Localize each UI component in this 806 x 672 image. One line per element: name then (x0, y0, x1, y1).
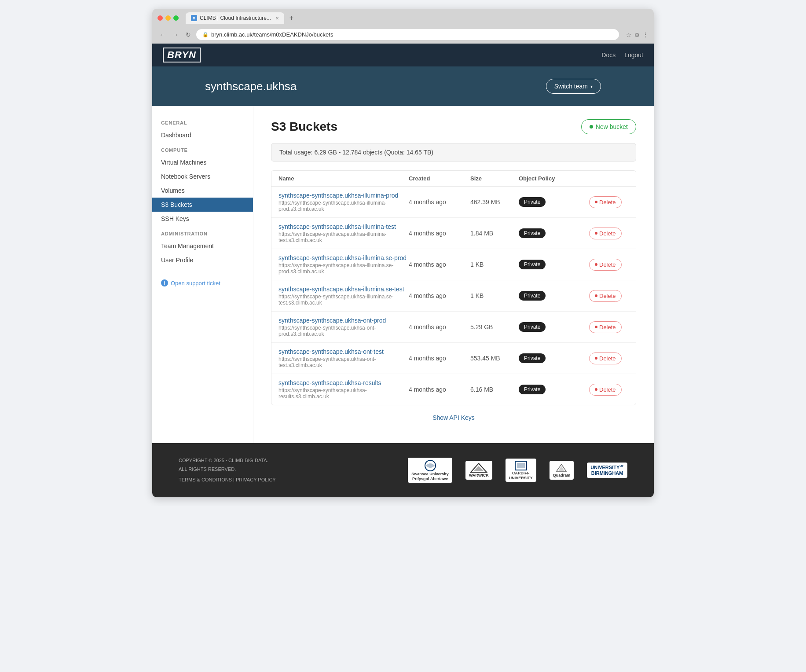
menu-button[interactable]: ⋮ (642, 31, 648, 38)
usage-banner: Total usage: 6.29 GB - 12,784 objects (Q… (271, 143, 636, 162)
sidebar-item-team-management[interactable]: Team Management (152, 239, 253, 253)
new-bucket-label: New bucket (596, 123, 628, 130)
delete-button[interactable]: Delete (589, 384, 622, 396)
bucket-size: 1 KB (470, 292, 519, 299)
address-bar[interactable]: 🔒 bryn.climb.ac.uk/teams/m0xDEAKDNJo/buc… (196, 29, 619, 40)
table-row: synthscape-synthscape.ukhsa-results http… (271, 374, 636, 405)
delete-button[interactable]: Delete (589, 228, 622, 239)
svg-rect-4 (517, 463, 525, 468)
tab-favicon: B (191, 15, 197, 21)
sidebar-item-s3-buckets[interactable]: S3 Buckets (152, 198, 253, 212)
table-body: synthscape-synthscape.ukhsa-illumina-pro… (271, 187, 636, 405)
table-row: synthscape-synthscape.ukhsa-illumina-tes… (271, 218, 636, 249)
bucket-name-link[interactable]: synthscape-synthscape.ukhsa-illumina-tes… (278, 223, 409, 230)
bucket-name-link[interactable]: synthscape-synthscape.ukhsa-illumina.se-… (278, 254, 409, 261)
bucket-url: https://synthscape-synthscape.ukhsa-illu… (278, 200, 409, 212)
close-dot[interactable] (158, 15, 163, 21)
delete-dot-icon (595, 201, 597, 203)
bucket-name-link[interactable]: synthscape-synthscape.ukhsa-illumina-pro… (278, 192, 409, 199)
delete-dot-icon (595, 388, 597, 391)
bookmark-button[interactable]: ☆ (626, 31, 632, 38)
brand-logo: BRYN (163, 48, 201, 62)
bucket-policy-cell: Private (519, 260, 589, 269)
info-icon: i (161, 279, 168, 286)
add-tab-button[interactable]: + (288, 14, 295, 22)
bucket-url: https://synthscape-synthscape.ukhsa-illu… (278, 231, 409, 243)
bucket-name-link[interactable]: synthscape-synthscape.ukhsa-results (278, 379, 409, 386)
forward-button[interactable]: → (171, 29, 180, 40)
bucket-actions: Delete (589, 290, 629, 302)
back-button[interactable]: ← (158, 29, 167, 40)
bucket-name-link[interactable]: synthscape-synthscape.ukhsa-illumina.se-… (278, 286, 409, 293)
policy-badge: Private (519, 291, 546, 301)
minimize-dot[interactable] (165, 15, 171, 21)
bucket-name-cell: synthscape-synthscape.ukhsa-ont-prod htt… (278, 317, 409, 337)
new-bucket-dot-icon (590, 125, 593, 129)
delete-button[interactable]: Delete (589, 259, 622, 271)
warwick-text: WARWICK (469, 473, 489, 478)
tab-close-icon[interactable]: ✕ (275, 16, 279, 21)
app-container: BRYN Docs Logout synthscape.ukhsa Switch… (152, 44, 654, 497)
bucket-name-cell: synthscape-synthscape.ukhsa-illumina.se-… (278, 286, 409, 306)
bucket-policy-cell: Private (519, 322, 589, 332)
swansea-text: Swansea UniversityPrifysgol Abertawe (411, 472, 449, 481)
bucket-name-cell: synthscape-synthscape.ukhsa-illumina-tes… (278, 223, 409, 243)
sidebar-item-virtual-machines[interactable]: Virtual Machines (152, 155, 253, 169)
sidebar-item-ssh-keys[interactable]: SSH Keys (152, 212, 253, 226)
footer-logos: Swansea UniversityPrifysgol Abertawe WAR… (408, 458, 627, 483)
main-content: S3 Buckets New bucket Total usage: 6.29 … (253, 106, 654, 443)
bucket-actions: Delete (589, 353, 629, 364)
policy-badge: Private (519, 228, 546, 238)
show-api-keys-link[interactable]: Show API Keys (271, 405, 636, 430)
browser-tab[interactable]: B CLIMB | Cloud Infrastructure... ✕ (186, 12, 284, 24)
table-row: synthscape-synthscape.ukhsa-illumina.se-… (271, 280, 636, 312)
bucket-actions: Delete (589, 259, 629, 271)
sidebar: GENERAL Dashboard COMPUTE Virtual Machin… (152, 106, 253, 443)
delete-button[interactable]: Delete (589, 353, 622, 364)
warwick-logo: WARWICK (465, 461, 492, 480)
switch-team-button[interactable]: Switch team ▾ (546, 79, 601, 94)
bucket-created: 4 months ago (409, 355, 470, 362)
sidebar-item-notebook-servers[interactable]: Notebook Servers (152, 169, 253, 184)
maximize-dot[interactable] (173, 15, 179, 21)
top-navigation: BRYN Docs Logout (152, 44, 654, 66)
terms-link[interactable]: TERMS & CONDITIONS (179, 477, 232, 482)
bucket-name-cell: synthscape-synthscape.ukhsa-results http… (278, 379, 409, 400)
bucket-policy-cell: Private (519, 197, 589, 207)
delete-button[interactable]: Delete (589, 196, 622, 208)
sidebar-item-dashboard[interactable]: Dashboard (152, 128, 253, 142)
bucket-policy-cell: Private (519, 291, 589, 301)
bucket-url: https://synthscape-synthscape.ukhsa-ont-… (278, 325, 409, 337)
bucket-url: https://synthscape-synthscape.ukhsa-illu… (278, 262, 409, 275)
swansea-logo-icon (422, 459, 438, 472)
support-ticket-link[interactable]: i Open support ticket (152, 272, 253, 294)
page-title: S3 Buckets (271, 120, 337, 134)
bucket-size: 6.16 MB (470, 386, 519, 393)
delete-dot-icon (595, 326, 597, 328)
delete-button[interactable]: Delete (589, 321, 622, 333)
docs-link[interactable]: Docs (601, 51, 615, 59)
footer: COPYRIGHT © 2025 · CLIMB-BIG-DATA. ALL R… (152, 443, 654, 497)
table-header: Name Created Size Object Policy (271, 171, 636, 187)
bucket-name-link[interactable]: synthscape-synthscape.ukhsa-ont-prod (278, 317, 409, 324)
nav-links: Docs Logout (601, 51, 643, 59)
extensions-button[interactable]: ⊕ (634, 31, 640, 38)
policy-badge: Private (519, 385, 546, 394)
sidebar-item-user-profile[interactable]: User Profile (152, 253, 253, 267)
bucket-name-link[interactable]: synthscape-synthscape.ukhsa-ont-test (278, 348, 409, 355)
policy-badge: Private (519, 322, 546, 332)
team-name: synthscape.ukhsa (205, 80, 297, 93)
privacy-link[interactable]: PRIVACY POLICY (236, 477, 276, 482)
chevron-down-icon: ▾ (590, 84, 593, 89)
sidebar-item-volumes[interactable]: Volumes (152, 184, 253, 198)
refresh-button[interactable]: ↻ (184, 29, 193, 40)
delete-button[interactable]: Delete (589, 290, 622, 302)
birmingham-text: UNIVERSITYOFBIRMINGHAM (590, 464, 624, 476)
new-bucket-button[interactable]: New bucket (581, 119, 636, 134)
logout-link[interactable]: Logout (624, 51, 643, 59)
table-row: synthscape-synthscape.ukhsa-illumina-pro… (271, 187, 636, 218)
bucket-created: 4 months ago (409, 198, 470, 206)
svg-marker-2 (473, 466, 484, 471)
quadram-logo: Quadram (550, 461, 574, 480)
th-name: Name (278, 175, 409, 182)
